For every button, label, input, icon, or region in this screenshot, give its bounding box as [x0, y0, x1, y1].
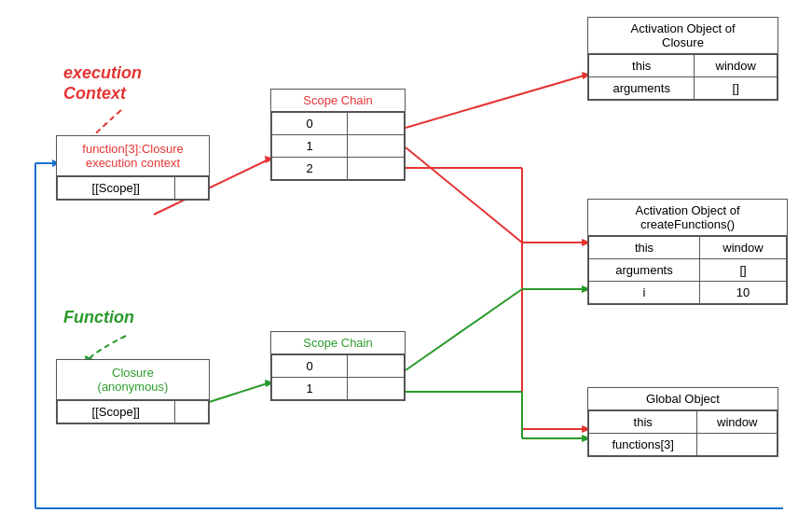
execution-context-label: executionContext — [63, 63, 142, 104]
act-create-this-key: this — [589, 237, 700, 259]
scope-chain-1-box: Scope Chain 0 1 2 — [270, 89, 406, 181]
act-create-i-key: i — [589, 282, 700, 304]
global-this-key: this — [589, 411, 697, 434]
act-create-args-key: arguments — [589, 259, 700, 282]
scope-chain-1-title: Scope Chain — [271, 90, 405, 112]
diagram: executionContext Function function[3]:Cl… — [0, 0, 812, 527]
act-create-i-val: 10 — [700, 282, 787, 304]
function-label: Function — [63, 308, 134, 327]
global-functions-val — [697, 434, 778, 456]
svg-line-9 — [406, 147, 522, 243]
func-scope-cell: [[Scope]] — [58, 401, 175, 423]
act-create-i-row: i 10 — [589, 282, 787, 304]
act-closure-args-key: arguments — [589, 77, 695, 100]
func-scope-row: [[Scope]] — [58, 401, 209, 423]
act-closure-args-val: [] — [695, 77, 778, 100]
svg-line-19 — [406, 289, 522, 370]
act-closure-this-key: this — [589, 55, 695, 77]
func-box: Closure(anonymous) [[Scope]] — [56, 359, 210, 424]
scope2-cell-1: 1 — [272, 378, 348, 400]
func-box-title: Closure(anonymous) — [57, 360, 209, 400]
exec-ctx-scope-val — [174, 177, 208, 200]
act-create-title: Activation Object ofcreateFunctions() — [588, 200, 787, 236]
scope2-cell-0: 0 — [272, 355, 348, 378]
scope1-row-1: 1 — [272, 135, 405, 158]
exec-ctx-scope-cell: [[Scope]] — [58, 177, 175, 200]
svg-line-7 — [406, 75, 587, 128]
scope1-val-1 — [348, 135, 405, 158]
act-create-args-val: [] — [700, 259, 787, 282]
scope-chain-2-title: Scope Chain — [271, 332, 405, 354]
scope1-cell-1: 1 — [272, 135, 348, 158]
func-scope-val — [174, 401, 208, 423]
act-create-this-val: window — [700, 237, 787, 259]
global-title: Global Object — [588, 388, 778, 410]
scope2-val-0 — [348, 355, 405, 378]
act-closure-this-val: window — [695, 55, 778, 77]
scope2-row-0: 0 — [272, 355, 405, 378]
global-functions-row: functions[3] — [589, 434, 778, 456]
exec-ctx-box: function[3]:Closureexecution context [[S… — [56, 135, 210, 201]
global-object-box: Global Object this window functions[3] — [587, 387, 778, 457]
scope1-cell-2: 2 — [272, 158, 348, 180]
scope2-val-1 — [348, 378, 405, 400]
scope1-row-0: 0 — [272, 113, 405, 135]
scope1-val-2 — [348, 158, 405, 180]
act-create-this-row: this window — [589, 237, 787, 259]
global-functions-key: functions[3] — [589, 434, 697, 456]
act-closure-title: Activation Object ofClosure — [588, 18, 778, 54]
act-closure-args-row: arguments [] — [589, 77, 778, 100]
global-this-val: window — [697, 411, 778, 434]
scope2-row-1: 1 — [272, 378, 405, 400]
act-create-args-row: arguments [] — [589, 259, 787, 282]
exec-ctx-scope-row: [[Scope]] — [58, 177, 209, 200]
scope1-val-0 — [348, 113, 405, 135]
scope1-row-2: 2 — [272, 158, 405, 180]
global-this-row: this window — [589, 411, 778, 434]
act-closure-this-row: this window — [589, 55, 778, 77]
act-closure-box: Activation Object ofClosure this window … — [587, 17, 778, 101]
scope-chain-2-box: Scope Chain 0 1 — [270, 331, 406, 401]
act-create-box: Activation Object ofcreateFunctions() th… — [587, 199, 788, 305]
scope1-cell-0: 0 — [272, 113, 348, 135]
exec-ctx-title: function[3]:Closureexecution context — [57, 136, 209, 176]
